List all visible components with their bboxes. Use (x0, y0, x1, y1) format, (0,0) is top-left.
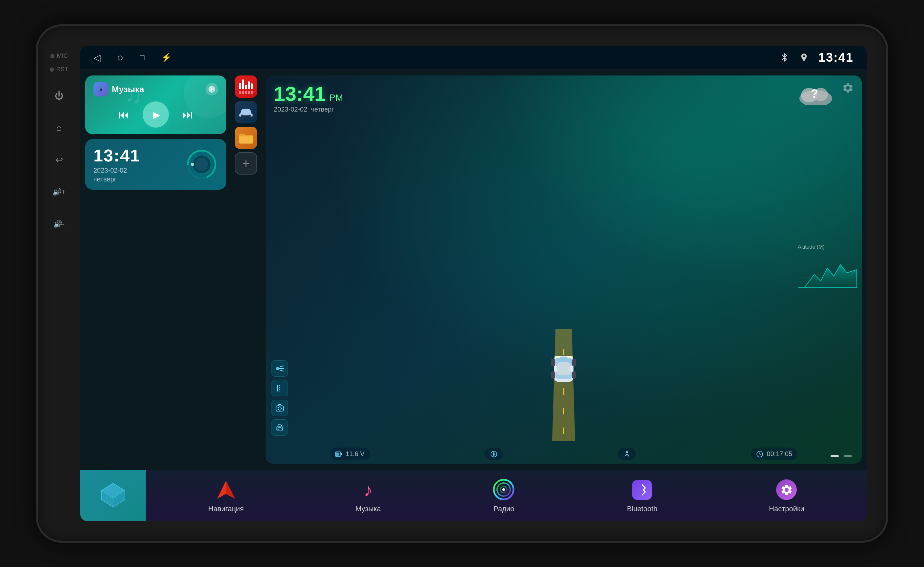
home-area[interactable] (80, 470, 146, 521)
recents-nav-button[interactable]: □ (140, 53, 145, 62)
music-app-icon: ♪ (93, 82, 108, 96)
drive-ampm: PM (329, 93, 343, 103)
svg-rect-22 (551, 371, 555, 379)
svg-line-29 (280, 366, 284, 367)
back-nav-button[interactable]: ◁ (93, 52, 100, 63)
phone-icon (632, 480, 652, 500)
clock-widget: 13:41 2023-02-02 четверг (85, 139, 226, 190)
svg-point-3 (195, 158, 208, 171)
clock-time: 13:41 (93, 146, 179, 165)
rst-dot (50, 68, 54, 72)
car-front-icon[interactable] (272, 420, 288, 436)
svg-point-5 (241, 114, 244, 117)
status-right: 13:41 (780, 51, 854, 65)
nav-item-navigation[interactable]: Навигация (202, 475, 250, 516)
prev-button[interactable]: ⏮ (118, 108, 129, 121)
compass-display (485, 448, 502, 460)
power-button[interactable]: ⏻ (51, 87, 67, 104)
svg-point-27 (276, 367, 279, 370)
drive-bottom-status: 11.6 V (266, 448, 862, 460)
home-cube-icon (98, 480, 128, 511)
svg-point-50 (626, 451, 628, 453)
music-nav-icon-wrap: ♪ (357, 478, 380, 501)
location-icon (800, 53, 808, 62)
screen: ◁ ○ □ ⚡ 13:41 (80, 46, 867, 521)
play-button[interactable]: ▶ (142, 101, 169, 128)
drive-date: 2023-02-02 четверг (274, 106, 334, 113)
drive-widget: 13:41 PM 2023-02-02 четверг (266, 75, 862, 464)
weather-widget: ? (796, 82, 836, 108)
altitude-chart: Altitude (M) (798, 244, 857, 295)
usb-icon: ⚡ (161, 53, 171, 63)
svg-rect-37 (277, 429, 278, 430)
clock-date: 2023-02-02 (93, 167, 179, 174)
nav-item-bluetooth[interactable]: Bluetooth (620, 475, 664, 516)
drive-time-display: 13:41 PM (274, 82, 343, 105)
status-time: 13:41 (818, 51, 854, 65)
volume-up-button[interactable]: 🔊+ (51, 184, 67, 200)
svg-point-4 (191, 163, 194, 166)
back-button[interactable]: ↩ (51, 152, 67, 168)
drive-settings-icon[interactable] (842, 82, 855, 95)
bottom-nav: Навигация ♪ Музыка (80, 470, 867, 521)
svg-text:?: ? (811, 87, 818, 101)
add-app-button[interactable]: + (235, 152, 257, 174)
car-app-icon[interactable] (235, 101, 257, 123)
trip-display (618, 448, 636, 460)
nav-item-settings[interactable]: Настройки (762, 475, 811, 516)
svg-point-64 (502, 488, 505, 491)
carousel-icon[interactable] (206, 83, 218, 95)
gear-icon (776, 480, 797, 500)
clock-day: четверг (93, 176, 179, 183)
nav-label-settings: Настройки (769, 505, 804, 513)
cloud-icon: ? (796, 82, 836, 108)
rst-label: RST (50, 66, 68, 73)
svg-line-30 (280, 370, 284, 371)
altitude-label: Altitude (M) (798, 244, 857, 250)
equalizer-app-icon[interactable] (235, 75, 257, 98)
device-shell: MIC RST ⏻ ⌂ ↩ 🔊+ 🔊- ◁ ○ □ ⚡ (36, 24, 888, 543)
svg-rect-24 (557, 362, 570, 375)
status-bar: ◁ ○ □ ⚡ 13:41 (80, 46, 867, 69)
music-widget-title: Музыка (112, 84, 144, 95)
navigation-icon-wrap (214, 478, 237, 501)
middle-panel: + (231, 69, 261, 470)
nav-label-navigation: Навигация (208, 505, 244, 513)
svg-rect-46 (336, 453, 339, 456)
clock-info: 13:41 2023-02-02 четверг (93, 146, 179, 183)
folder-app-icon[interactable] (235, 127, 257, 149)
svg-rect-26 (567, 356, 573, 358)
road-lanes-icon[interactable] (272, 380, 288, 396)
music-title-row: ♪ Музыка (93, 82, 144, 96)
svg-rect-38 (281, 429, 283, 430)
side-panel: MIC RST ⏻ ⌂ ↩ 🔊+ 🔊- (38, 26, 80, 541)
next-button[interactable]: ⏭ (182, 108, 193, 121)
radio-nav-icon-wrap (492, 478, 516, 501)
drive-icons-left (272, 360, 288, 436)
settings-nav-icon-wrap (775, 478, 798, 501)
duration-display: 00:17:05 (751, 448, 797, 460)
headlights-icon[interactable] (272, 360, 288, 377)
music-widget-header: ♪ Музыка (93, 82, 218, 96)
camera-icon[interactable] (272, 400, 288, 416)
nav-item-music[interactable]: ♪ Музыка (349, 475, 388, 516)
bluetooth-nav-icon-wrap (630, 478, 654, 501)
svg-rect-45 (340, 453, 342, 455)
mic-label: MIC (51, 53, 68, 59)
svg-line-54 (760, 454, 761, 455)
volume-down-button[interactable]: 🔊- (51, 216, 67, 232)
svg-marker-60 (226, 481, 235, 499)
music-widget[interactable]: ♪ Музыка ♫ (85, 75, 226, 134)
home-button[interactable]: ⌂ (51, 119, 67, 136)
home-nav-button[interactable]: ○ (117, 51, 123, 64)
nav-label-bluetooth: Bluetooth (627, 505, 657, 513)
drive-time: 13:41 (274, 82, 326, 105)
right-panel: 13:41 PM 2023-02-02 четверг (261, 69, 867, 470)
bluetooth-icon (780, 53, 790, 62)
svg-rect-25 (555, 356, 560, 358)
main-content: ♪ Музыка ♫ (80, 69, 867, 470)
nav-item-radio[interactable]: Радио (486, 475, 522, 516)
nav-controls: ◁ ○ □ ⚡ (93, 51, 780, 64)
nav-label-radio: Радио (494, 505, 514, 513)
road-car-visualization (534, 329, 593, 441)
